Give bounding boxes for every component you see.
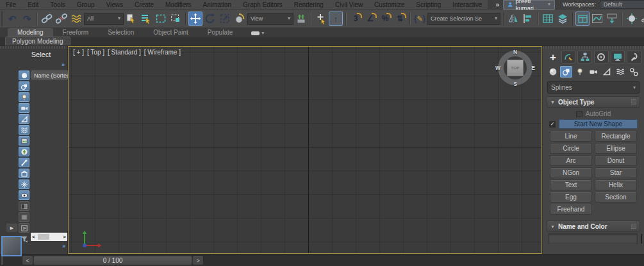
create-tab[interactable]: + bbox=[547, 52, 559, 63]
shapes-category-button[interactable] bbox=[560, 66, 572, 78]
expand-explorer-button[interactable]: ▶ bbox=[6, 224, 17, 232]
spinner-snap-toggle-button[interactable]: ⇅ bbox=[393, 12, 407, 26]
start-new-shape-checkbox[interactable]: ✓ bbox=[549, 121, 556, 128]
display-containers-toggle[interactable] bbox=[19, 169, 29, 178]
menu-overflow-chevron[interactable]: » bbox=[491, 1, 503, 8]
material-editor-button[interactable] bbox=[625, 12, 639, 26]
display-shapes-toggle[interactable] bbox=[19, 81, 29, 91]
next-frame-button[interactable]: > bbox=[193, 256, 203, 265]
section-button[interactable]: Section bbox=[595, 192, 636, 202]
helpers-category-button[interactable] bbox=[600, 66, 613, 78]
viewport-shading-menu[interactable]: [ Wireframe ] bbox=[144, 49, 181, 56]
menu-civil-view[interactable]: Civil View bbox=[329, 1, 368, 8]
select-object-button[interactable] bbox=[124, 12, 138, 26]
menu-customize[interactable]: Customize bbox=[368, 1, 410, 8]
explorer-horizontal-scrollbar[interactable]: < > bbox=[31, 233, 67, 241]
explorer-list-area[interactable] bbox=[31, 79, 68, 231]
compass-west-label[interactable]: W bbox=[495, 65, 500, 71]
menu-group[interactable]: Group bbox=[71, 1, 101, 8]
display-particle-systems-toggle[interactable] bbox=[19, 136, 29, 145]
sync-selection-toggle[interactable] bbox=[19, 212, 29, 222]
scroll-left-arrow[interactable]: < bbox=[32, 235, 35, 240]
compass-south-label[interactable]: S bbox=[513, 81, 517, 87]
line-button[interactable]: Line bbox=[550, 131, 591, 141]
mirror-button[interactable] bbox=[506, 12, 520, 26]
select-and-move-button[interactable] bbox=[188, 12, 202, 26]
motion-tab[interactable] bbox=[594, 51, 609, 63]
undo-button[interactable]: ↶ bbox=[5, 12, 19, 26]
helix-button[interactable]: Helix bbox=[595, 180, 636, 190]
compass-north-label[interactable]: N bbox=[513, 49, 517, 55]
curve-editor-button[interactable] bbox=[590, 12, 604, 26]
window-crossing-toggle-button[interactable] bbox=[169, 12, 183, 26]
menu-views[interactable]: Views bbox=[101, 1, 129, 8]
toggle-scene-explorer-button[interactable] bbox=[541, 12, 555, 26]
select-by-name-button[interactable] bbox=[139, 12, 153, 26]
toggle-ribbon-button[interactable] bbox=[575, 12, 590, 26]
select-and-manipulate-button[interactable] bbox=[314, 12, 328, 26]
previous-frame-button[interactable]: < bbox=[22, 256, 33, 265]
menu-create[interactable]: Create bbox=[129, 1, 160, 8]
viewport-pov-menu[interactable]: [ Top ] bbox=[87, 49, 104, 56]
ribbon-tab-object-paint[interactable]: Object Paint bbox=[144, 28, 197, 37]
ribbon-tab-populate[interactable]: Populate bbox=[198, 28, 242, 37]
menu-scripting[interactable]: Scripting bbox=[410, 1, 447, 8]
object-color-swatch[interactable] bbox=[641, 234, 642, 244]
start-new-shape-button[interactable]: Start New Shape bbox=[559, 119, 638, 129]
ribbon-tab-selection[interactable]: Selection bbox=[98, 28, 144, 37]
explorer-overflow-chevron[interactable]: » bbox=[62, 243, 65, 249]
star-button[interactable]: Star bbox=[595, 168, 636, 178]
menu-animation[interactable]: Animation bbox=[197, 1, 237, 8]
spacewarps-category-button[interactable] bbox=[614, 66, 626, 78]
display-lights-toggle[interactable] bbox=[19, 92, 29, 102]
align-button[interactable] bbox=[521, 12, 535, 26]
schematic-view-button[interactable] bbox=[605, 12, 619, 26]
arc-button[interactable]: Arc bbox=[550, 156, 591, 165]
object-name-input[interactable] bbox=[548, 233, 638, 244]
ngon-button[interactable]: NGon bbox=[550, 168, 591, 178]
time-slider-handle[interactable]: 0 / 100 bbox=[34, 256, 192, 265]
toggle-layer-explorer-button[interactable] bbox=[556, 12, 570, 26]
compass-east-label[interactable]: E bbox=[531, 65, 535, 71]
bind-to-space-warp-button[interactable] bbox=[69, 12, 83, 26]
ribbon-tab-freeform[interactable]: Freeform bbox=[53, 28, 99, 37]
display-geometry-toggle[interactable] bbox=[19, 71, 29, 80]
name-and-color-rollout-header[interactable]: ▼ Name and Color bbox=[547, 220, 640, 232]
freehand-button[interactable]: Freehand bbox=[550, 204, 591, 214]
scroll-right-arrow[interactable]: > bbox=[63, 235, 66, 240]
property-editing-toggle[interactable]: F bbox=[19, 223, 29, 233]
explorer-overflow-chevron[interactable]: » bbox=[62, 62, 64, 68]
workspace-dropdown[interactable]: Default ▾ bbox=[600, 0, 644, 9]
ellipse-button[interactable]: Ellipse bbox=[595, 144, 636, 153]
display-bones-toggle[interactable] bbox=[19, 158, 29, 167]
menu-tools[interactable]: Tools bbox=[44, 1, 70, 8]
render-setup-button[interactable] bbox=[640, 12, 644, 26]
utilities-tab[interactable] bbox=[627, 51, 641, 63]
keyboard-shortcut-override-toggle[interactable]: ↑ bbox=[329, 12, 343, 26]
geometry-category-button[interactable] bbox=[547, 66, 559, 78]
edit-named-selection-sets-button[interactable]: { ✎ } bbox=[413, 12, 427, 26]
menu-modifiers[interactable]: Modifiers bbox=[160, 1, 197, 8]
viewcube-top-face[interactable]: TOP bbox=[507, 60, 524, 76]
menu-interactive[interactable]: Interactive bbox=[447, 1, 488, 8]
autogrid-checkbox[interactable] bbox=[576, 111, 582, 117]
display-helpers-toggle[interactable] bbox=[19, 114, 29, 124]
modify-tab[interactable] bbox=[561, 51, 576, 63]
toolbar-drag-handle[interactable] bbox=[1, 11, 3, 26]
angle-snap-toggle-button[interactable]: ∠ bbox=[363, 12, 377, 26]
select-and-rotate-button[interactable] bbox=[203, 12, 217, 26]
viewcube[interactable]: TOP N S W E bbox=[497, 49, 534, 87]
hierarchy-tab[interactable] bbox=[577, 51, 592, 63]
display-cameras-toggle[interactable] bbox=[19, 103, 29, 113]
text-button[interactable]: Text bbox=[550, 180, 591, 190]
egg-button[interactable]: Egg bbox=[550, 192, 591, 202]
rectangle-button[interactable]: Rectangle bbox=[595, 131, 636, 141]
menu-rendering[interactable]: Rendering bbox=[288, 1, 329, 8]
menu-graph-editors[interactable]: Graph Editors bbox=[237, 1, 288, 8]
donut-button[interactable]: Donut bbox=[595, 156, 636, 165]
display-bone-objects-toggle[interactable] bbox=[19, 147, 29, 156]
display-hidden-toggle[interactable] bbox=[19, 190, 29, 200]
bottom-drag-handle[interactable] bbox=[1, 256, 3, 265]
user-account-button[interactable]: preeti kumari ▾ bbox=[503, 0, 555, 10]
select-and-place-button[interactable] bbox=[233, 12, 247, 26]
